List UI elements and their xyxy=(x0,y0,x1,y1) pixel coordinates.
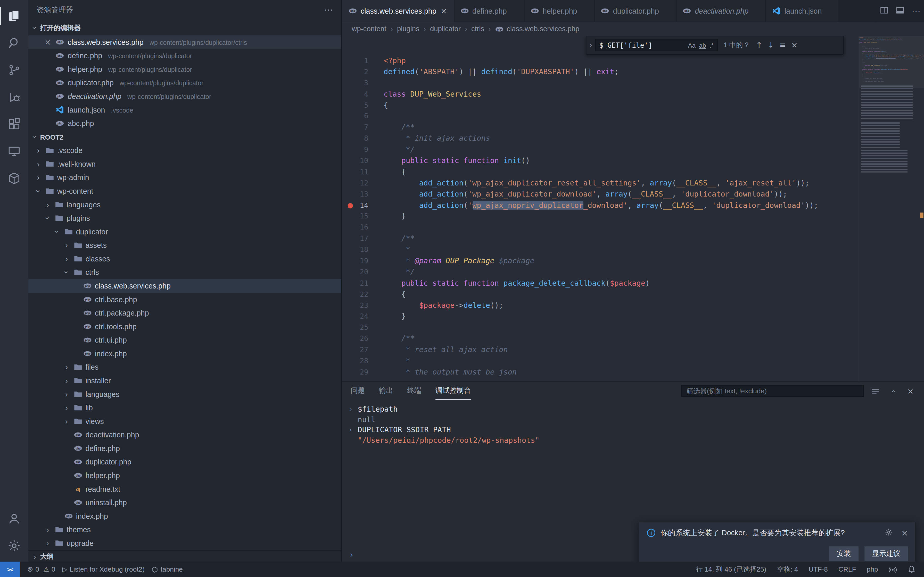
install-button[interactable]: 安装 xyxy=(829,546,858,561)
line-number[interactable]: 27 xyxy=(342,345,384,356)
previous-match-icon[interactable] xyxy=(753,41,765,50)
search-icon[interactable] xyxy=(0,29,28,56)
more-actions-icon[interactable] xyxy=(912,6,921,16)
more-actions-icon[interactable] xyxy=(324,5,333,15)
tree-folder[interactable]: .well-known xyxy=(28,157,341,171)
tabnine[interactable]: tabnine xyxy=(152,566,183,573)
line-number[interactable]: 17 xyxy=(342,234,384,245)
code-line[interactable]: 4class DUP_Web_Services xyxy=(342,89,853,100)
notification-settings-icon[interactable] xyxy=(885,528,893,538)
code-area[interactable]: 1<?php2defined('ABSPATH') || defined('DU… xyxy=(342,36,924,382)
code-line[interactable]: 19 * @param DUP_Package $package xyxy=(342,256,853,267)
notification-close-icon[interactable] xyxy=(901,528,908,538)
line-number[interactable]: 19 xyxy=(342,256,384,267)
breadcrumb-file[interactable]: phpclass.web.services.php xyxy=(495,24,579,33)
code-line[interactable]: 26 /** xyxy=(342,333,853,344)
tree-file[interactable]: phphelper.php xyxy=(28,469,341,482)
tree-folder[interactable]: ctrls xyxy=(28,266,341,279)
line-number[interactable]: 1 xyxy=(342,55,384,66)
code-line[interactable]: 13 add_action('wp_ajax_duplicator_downlo… xyxy=(342,189,853,200)
code-line[interactable]: 21 public static function package_delete… xyxy=(342,278,853,289)
line-number[interactable]: 16 xyxy=(342,222,384,234)
source-control-icon[interactable] xyxy=(0,56,28,84)
line-number[interactable]: 29 xyxy=(342,367,384,378)
language-mode[interactable]: php xyxy=(867,566,878,573)
open-editor-item[interactable]: launch.json.vscode xyxy=(28,103,341,117)
code-line[interactable]: 23 $package->delete(); xyxy=(342,300,853,311)
open-editor-item[interactable]: phpdeactivation.phpwp-content/plugins/du… xyxy=(28,89,341,103)
customize-layout-icon[interactable] xyxy=(896,6,905,16)
whole-word-icon[interactable]: ab xyxy=(699,42,706,48)
tree-file[interactable]: phpctrl.ui.php xyxy=(28,333,341,347)
tree-folder[interactable]: upgrade xyxy=(28,536,341,550)
open-editor-item[interactable]: phpabc.php xyxy=(28,117,341,131)
tree-folder[interactable]: wp-content xyxy=(28,184,341,198)
code-line[interactable]: 29 * the output must be json xyxy=(342,367,853,378)
close-panel-icon[interactable] xyxy=(904,387,917,395)
code-line[interactable]: 17 /** xyxy=(342,234,853,245)
line-number[interactable]: 3 xyxy=(342,77,384,89)
code-line[interactable]: 25 xyxy=(342,322,853,333)
tree-folder[interactable]: languages xyxy=(28,198,341,211)
minimap[interactable]: <?phpdefined('ABSPATH') || defined('DUPX… xyxy=(858,36,924,382)
console-input-prompt[interactable] xyxy=(349,550,354,559)
close-icon[interactable] xyxy=(44,38,52,47)
code-line[interactable]: 5{ xyxy=(342,100,853,111)
find-in-selection-icon[interactable] xyxy=(777,41,789,50)
code-line[interactable]: 15 } xyxy=(342,211,853,222)
line-number[interactable]: 4 xyxy=(342,89,384,100)
tree-folder[interactable]: .vscode xyxy=(28,144,341,157)
code-line[interactable]: 28 * xyxy=(342,356,853,367)
line-number[interactable]: 24 xyxy=(342,311,384,322)
tree-file[interactable]: phpdefine.php xyxy=(28,442,341,455)
tab-define.php[interactable]: phpdefine.php xyxy=(454,0,524,22)
line-number[interactable]: 15 xyxy=(342,211,384,222)
code-line[interactable]: 3 xyxy=(342,77,853,89)
tab-helper.php[interactable]: phphelper.php xyxy=(524,0,595,22)
code-line[interactable]: 12 add_action('wp_ajax_duplicator_reset_… xyxy=(342,178,853,189)
tree-folder[interactable]: classes xyxy=(28,252,341,266)
line-number[interactable]: 14 xyxy=(342,200,384,211)
match-case-icon[interactable]: Aa xyxy=(688,42,695,48)
explorer-icon[interactable] xyxy=(0,2,28,29)
remote-indicator[interactable] xyxy=(0,562,20,577)
breadcrumb-item[interactable]: plugins xyxy=(397,25,420,33)
minimap-slider[interactable] xyxy=(859,36,924,88)
tree-folder[interactable]: assets xyxy=(28,239,341,252)
code-line[interactable]: 2defined('ABSPATH') || defined('DUPXABSP… xyxy=(342,66,853,77)
run-debug-icon[interactable] xyxy=(0,84,28,111)
line-number[interactable]: 25 xyxy=(342,322,384,333)
tree-file[interactable]: phpindex.php xyxy=(28,347,341,360)
code-line[interactable]: 14 add_action('wp_ajax_nopriv_duplicator… xyxy=(342,200,853,211)
error-count[interactable]: 0 xyxy=(27,565,39,574)
open-editor-item[interactable]: phpduplicator.phpwp-content/plugins/dupl… xyxy=(28,76,341,90)
panel-tab-调试控制台[interactable]: 调试控制台 xyxy=(435,382,471,400)
regex-icon[interactable]: .* xyxy=(709,42,714,48)
open-editor-item[interactable]: phpdefine.phpwp-content/plugins/duplicat… xyxy=(28,49,341,63)
line-number[interactable]: 18 xyxy=(342,245,384,256)
tree-folder[interactable]: wp-admin xyxy=(28,171,341,184)
find-input[interactable] xyxy=(599,41,685,49)
code-line[interactable]: 11 { xyxy=(342,167,853,178)
code-line[interactable]: 9 */ xyxy=(342,144,853,155)
tree-file[interactable]: phpctrl.package.php xyxy=(28,306,341,320)
tree-file[interactable]: phpctrl.tools.php xyxy=(28,320,341,333)
code-line[interactable]: 18 * xyxy=(342,245,853,256)
panel-tab-终端[interactable]: 终端 xyxy=(407,382,421,400)
notifications[interactable] xyxy=(908,565,916,574)
split-editor-icon[interactable] xyxy=(880,6,888,16)
breadcrumb-item[interactable]: wp-content xyxy=(352,25,386,33)
line-number[interactable]: 22 xyxy=(342,289,384,300)
accounts-icon[interactable] xyxy=(0,505,28,532)
console-filter-input[interactable] xyxy=(681,385,864,397)
line-number[interactable]: 2 xyxy=(342,66,384,77)
tree-folder[interactable]: files xyxy=(28,360,341,374)
code-line[interactable]: 24 } xyxy=(342,311,853,322)
warning-count[interactable]: 0 xyxy=(43,565,55,574)
tab-deactivation.php[interactable]: phpdeactivation.php xyxy=(677,0,766,22)
maximize-panel-icon[interactable] xyxy=(886,387,899,395)
encoding[interactable]: UTF-8 xyxy=(809,566,828,573)
show-recommendations-button[interactable]: 显示建议 xyxy=(864,546,908,561)
tab-duplicator.php[interactable]: phpduplicator.php xyxy=(595,0,677,22)
xdebug-listener[interactable]: Listen for Xdebug (root2) xyxy=(62,565,145,574)
